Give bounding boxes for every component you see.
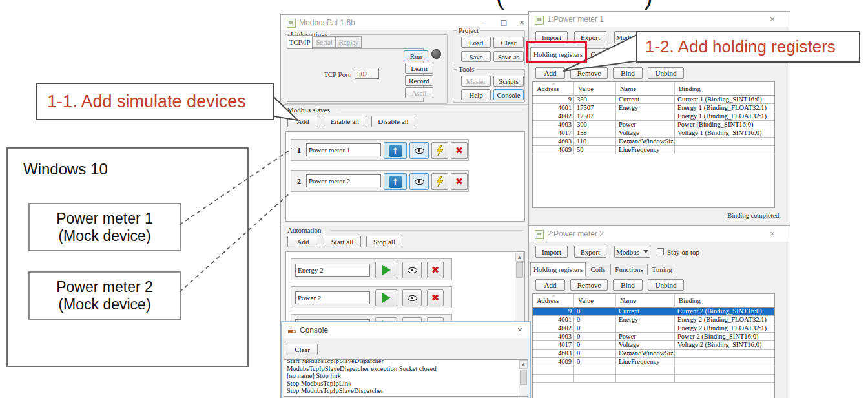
tab-replay[interactable]: Replay — [336, 36, 362, 48]
enable-all-button[interactable]: Enable all — [324, 116, 366, 127]
table-row[interactable] — [533, 366, 774, 375]
column-header-binding[interactable]: Binding — [675, 294, 774, 308]
remove-register-button[interactable]: Remove — [570, 67, 608, 79]
close-button[interactable]: × — [764, 227, 781, 240]
delete-automation-button[interactable]: ✖ — [427, 289, 444, 306]
save-button[interactable]: Save — [461, 51, 491, 62]
save-as-button[interactable]: Save as — [493, 51, 524, 62]
enable-slave-button[interactable]: ↑ — [384, 173, 407, 190]
stay-on-top-checkbox[interactable] — [657, 248, 664, 255]
callout-text: 1-1. Add simulate devices — [47, 92, 246, 112]
disable-all-button[interactable]: Disable all — [371, 116, 415, 127]
tab-coils[interactable]: Coils — [586, 264, 610, 275]
table-row[interactable]: 40030PowerPower 2 (Binding_SINT16:0) — [533, 333, 774, 341]
scroll-up-icon[interactable]: ▲ — [519, 360, 528, 369]
start-automation-button[interactable] — [375, 262, 397, 278]
tab-serial[interactable]: Serial — [313, 36, 336, 48]
scroll-thumb[interactable] — [516, 262, 523, 278]
column-header-value[interactable]: Value — [574, 82, 616, 96]
delete-slave-button[interactable]: ✖ — [451, 142, 468, 159]
slave-list-panel: 1 ↑ ✖ 2 ↑ ✖ — [285, 131, 525, 222]
callout-add-holding-registers: 1-2. Add holding registers — [636, 31, 860, 63]
tcp-port-input[interactable] — [355, 68, 379, 79]
bind-button[interactable]: Bind — [613, 67, 643, 79]
table-row[interactable] — [533, 375, 774, 383]
bindings-button[interactable] — [431, 142, 448, 159]
automation-name-input[interactable] — [295, 264, 370, 277]
scroll-up-icon[interactable]: ▲ — [515, 253, 524, 262]
column-header-binding[interactable]: Binding — [675, 82, 774, 96]
maximize-button[interactable]: ◻ — [495, 16, 512, 29]
remove-register-button[interactable]: Remove — [570, 279, 608, 291]
table-row[interactable]: 400117507EnergyEnergy 1 (Binding_FLOAT32… — [533, 104, 774, 112]
close-button[interactable]: × — [764, 13, 781, 26]
tab-coils[interactable]: Coils — [586, 48, 610, 60]
stop-all-button[interactable]: Stop all — [366, 236, 402, 247]
table-row[interactable]: 40170VoltageVoltage 2 (Binding_SINT16:0) — [533, 341, 774, 350]
view-slave-button[interactable] — [409, 173, 429, 190]
table-row[interactable]: 90CurrentCurrent 2 (Binding_SINT16:0) — [533, 308, 774, 316]
add-slave-button[interactable]: Add — [287, 116, 318, 127]
clear-button[interactable]: Clear — [493, 37, 524, 48]
console-scrollbar[interactable]: ▲ — [519, 360, 528, 396]
delete-slave-button[interactable]: ✖ — [451, 173, 468, 190]
view-automation-button[interactable] — [402, 262, 422, 278]
automation-name-input[interactable] — [295, 291, 370, 304]
column-header-name[interactable]: Name — [616, 294, 675, 308]
learn-button[interactable]: Learn — [405, 63, 433, 74]
add-automation-button[interactable]: Add — [287, 236, 318, 247]
table-row[interactable]: 40020Energy 2 (Binding_FLOAT32:1) — [533, 324, 774, 333]
table-row[interactable]: 460950LineFrequency — [533, 146, 774, 154]
chevron-down-icon — [643, 250, 648, 253]
add-register-button[interactable]: Add — [535, 67, 565, 79]
table-row[interactable]: 9350CurrentCurrent 1 (Binding_SINT16:0) — [533, 96, 774, 104]
bind-button[interactable]: Bind — [613, 279, 643, 291]
import-button[interactable]: Import — [535, 246, 568, 258]
modbus-dropdown[interactable]: Modbus — [614, 246, 650, 258]
windows-10-label: Windows 10 — [23, 160, 108, 178]
record-button[interactable]: Record — [405, 75, 433, 86]
close-button[interactable]: × — [512, 324, 528, 337]
slave-name-input[interactable] — [306, 174, 381, 187]
table-cell: 300 — [574, 121, 616, 129]
clear-console-button[interactable]: Clear — [287, 344, 318, 355]
load-button[interactable]: Load — [461, 37, 491, 48]
table-cell: Voltage — [616, 341, 675, 349]
column-header-address[interactable]: Address^ — [533, 294, 574, 308]
enable-slave-button[interactable]: ↑ — [384, 142, 407, 159]
table-row[interactable]: 46030DemandWindowSize — [533, 350, 774, 358]
slave-name-input[interactable] — [306, 143, 381, 156]
table-row[interactable]: 40010EnergyEnergy 2 (Binding_FLOAT32:1) — [533, 316, 774, 324]
master-button[interactable]: Master — [461, 76, 491, 87]
table-row[interactable]: 4017138VoltageVoltage 1 (Binding_SINT16:… — [533, 129, 774, 138]
mock-device-1-box: Power meter 1 (Mock device) — [28, 203, 181, 251]
ascii-button[interactable]: Ascii — [405, 87, 433, 98]
tab-holding-registers[interactable]: Holding registers — [530, 262, 586, 276]
tab-tuning[interactable]: Tuning — [648, 264, 676, 275]
tab-functions[interactable]: Functions — [610, 264, 648, 275]
delete-automation-button[interactable]: ✖ — [427, 262, 444, 278]
table-row[interactable]: 4603110DemandWindowSize — [533, 138, 774, 146]
unbind-button[interactable]: Unbind — [648, 67, 684, 79]
table-row[interactable]: 4003300PowerPower (Binding_SINT16:0) — [533, 121, 774, 129]
unbind-button[interactable]: Unbind — [648, 279, 684, 291]
table-cell: DemandWindowSize — [616, 350, 675, 357]
column-header-value[interactable]: Value — [574, 294, 616, 308]
table-row[interactable]: 46090LineFrequency — [533, 358, 774, 366]
view-slave-button[interactable] — [409, 142, 429, 159]
scroll-thumb[interactable] — [520, 370, 527, 385]
bindings-button[interactable] — [431, 173, 448, 190]
console-button[interactable]: Console — [493, 89, 524, 100]
tab-tcpip[interactable]: TCP/IP — [287, 35, 313, 48]
help-button[interactable]: Help — [461, 89, 491, 100]
table-row[interactable]: 400217507Energy 1 (Binding_FLOAT32:1) — [533, 112, 774, 121]
export-button[interactable]: Export — [574, 246, 606, 258]
add-register-button[interactable]: Add — [535, 279, 565, 291]
column-header-address[interactable]: Address^ — [533, 82, 574, 96]
scripts-button[interactable]: Scripts — [493, 76, 524, 87]
start-automation-button[interactable] — [375, 289, 397, 306]
run-button[interactable]: Run — [404, 50, 428, 61]
start-all-button[interactable]: Start all — [324, 236, 361, 247]
view-automation-button[interactable] — [402, 289, 422, 306]
column-header-name[interactable]: Name — [616, 82, 675, 96]
